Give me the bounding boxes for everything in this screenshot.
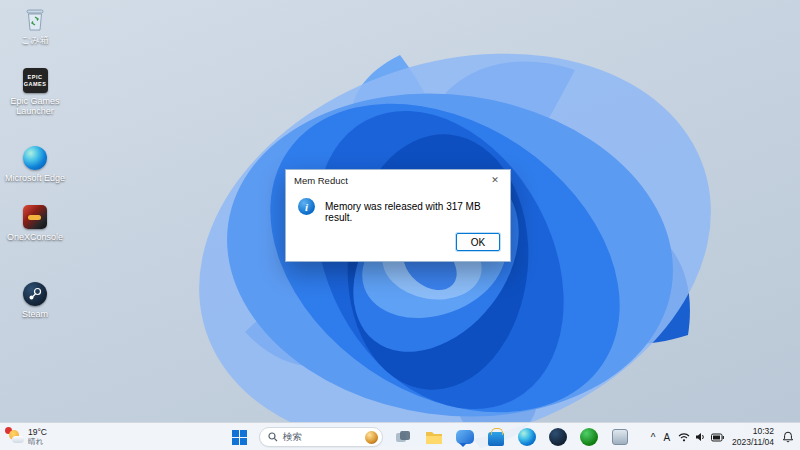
task-view-icon [395, 429, 411, 445]
recycle-bin-icon [22, 6, 48, 32]
memreduct-message-dialog: Mem Reduct ✕ i Memory was released with … [285, 169, 511, 262]
desktop: ごみ箱 EPIC GAMES Epic Games Launcher Micro… [0, 0, 800, 450]
dialog-title: Mem Reduct [294, 175, 480, 186]
dialog-close-icon[interactable]: ✕ [480, 170, 510, 190]
memreduct-taskbar-button[interactable] [609, 426, 631, 448]
dialog-message: Memory was released with 317 MB result. [325, 201, 498, 223]
desktop-icon-steam[interactable]: Steam [4, 282, 66, 319]
dialog-body: i Memory was released with 317 MB result… [286, 190, 510, 227]
steam-taskbar-icon [549, 428, 567, 446]
weather-widget[interactable]: 19°C 晴れ [2, 423, 53, 450]
steam-taskbar-button[interactable] [547, 426, 569, 448]
dialog-titlebar[interactable]: Mem Reduct ✕ [286, 170, 510, 190]
store-button[interactable] [485, 426, 507, 448]
desktop-icon-recycle-bin[interactable]: ごみ箱 [4, 6, 66, 45]
steam-label: Steam [22, 309, 48, 319]
steam-icon [23, 282, 47, 306]
edge-taskbar-button[interactable] [516, 426, 538, 448]
taskbar-center: 検索 [228, 423, 631, 450]
battery-icon [711, 433, 724, 442]
edge-taskbar-icon [518, 428, 536, 446]
search-icon [268, 432, 278, 442]
edge-label: Microsoft Edge [5, 173, 65, 183]
epic-icon-text-2: GAMES [24, 81, 47, 88]
info-icon: i [298, 198, 315, 215]
memreduct-icon [612, 429, 628, 445]
search-highlight-icon [365, 431, 378, 444]
epic-icon-text-1: EPIC [28, 74, 43, 81]
clock[interactable]: 10:32 2023/11/04 [732, 426, 774, 447]
windows-logo-icon [232, 430, 247, 445]
chat-button[interactable] [454, 426, 476, 448]
desktop-icon-epic-games[interactable]: EPIC GAMES Epic Games Launcher [4, 68, 66, 117]
ok-button[interactable]: OK [456, 233, 500, 251]
file-explorer-button[interactable] [423, 426, 445, 448]
weather-icon [8, 429, 24, 445]
search-box[interactable]: 検索 [259, 427, 383, 447]
task-view-button[interactable] [392, 426, 414, 448]
start-button[interactable] [228, 426, 250, 448]
xbox-icon [580, 428, 598, 446]
desktop-icon-onexconsole[interactable]: OneXConsole [4, 205, 66, 242]
store-icon [488, 432, 504, 446]
volume-icon [695, 432, 706, 442]
onexconsole-icon [23, 205, 47, 229]
desktop-icon-edge[interactable]: Microsoft Edge [4, 146, 66, 183]
dialog-button-row: OK [286, 227, 510, 261]
tray-overflow-chevron-icon[interactable]: ^ [651, 432, 656, 443]
network-volume-group[interactable] [678, 432, 724, 442]
wifi-icon [678, 432, 690, 442]
clock-date: 2023/11/04 [732, 437, 774, 448]
xbox-taskbar-button[interactable] [578, 426, 600, 448]
recycle-bin-label: ごみ箱 [21, 35, 48, 45]
epic-games-icon: EPIC GAMES [23, 68, 48, 93]
weather-condition: 晴れ [28, 438, 47, 446]
file-explorer-icon [425, 430, 443, 445]
taskbar: 19°C 晴れ 検索 [0, 422, 800, 450]
notification-bell-icon[interactable] [782, 431, 794, 443]
epic-games-label: Epic Games Launcher [4, 96, 66, 117]
edge-icon [23, 146, 47, 170]
chat-icon [456, 430, 474, 444]
search-placeholder: 検索 [283, 431, 360, 444]
clock-time: 10:32 [732, 426, 774, 437]
system-tray: ^ A 10:32 202 [651, 423, 800, 450]
onexconsole-label: OneXConsole [7, 232, 63, 242]
ime-mode-indicator[interactable]: A [663, 432, 670, 443]
